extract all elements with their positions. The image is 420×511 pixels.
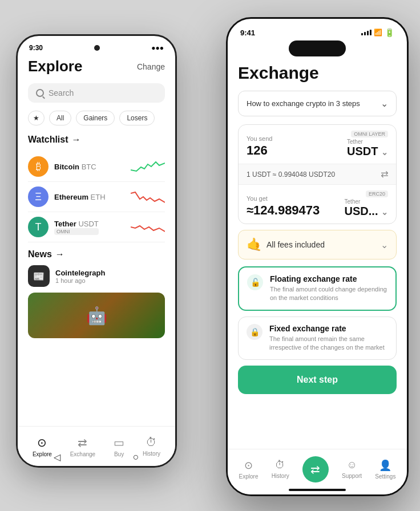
get-currency-badge: ERC20 — [366, 190, 388, 197]
coin-row-eth[interactable]: Ξ Ethereum ETH — [28, 182, 165, 212]
news-title: Cointelegraph — [55, 269, 105, 277]
fees-chevron-icon: ⌄ — [381, 240, 388, 250]
eth-icon: Ξ — [28, 186, 49, 207]
back-button[interactable]: ◁ — [54, 452, 60, 463]
get-currency-selector[interactable]: ERC20 Tether USD... ⌄ — [345, 190, 388, 218]
left-status-bar: 9:30 ●●● — [18, 36, 175, 52]
right-phone: 9:41 📶 🔋 Exchange How to exchange crypto… — [226, 17, 409, 496]
signal-bar-4 — [370, 30, 371, 35]
right-support-icon: ☺ — [346, 459, 357, 471]
explore-header: Explore Change — [28, 58, 165, 75]
signal-bar-2 — [364, 32, 366, 35]
right-time: 9:41 — [240, 29, 255, 37]
coin-row-usdt[interactable]: T Tether USDT OMNI — [28, 212, 165, 242]
get-currency-name: Tether — [345, 198, 388, 205]
next-step-label: Next step — [297, 375, 338, 384]
filter-gainers[interactable]: Gainers — [76, 111, 115, 125]
send-value[interactable]: 126 — [247, 143, 272, 158]
btc-name: Bitcoin BTC — [54, 163, 96, 171]
get-value: ≈124.989473 — [247, 203, 320, 218]
fixed-rate-option[interactable]: 🔒 Fixed exchange rate The final amount r… — [238, 317, 397, 360]
exchange-nav-icon: ⇄ — [78, 436, 87, 449]
right-bottom-nav: ⊙ Explore ⏱ History ⇄ ☺ Support 👤 Settin… — [228, 449, 407, 494]
right-history-label: History — [272, 473, 289, 479]
send-row: You send 126 OMNI LAYER Tether USDT ⌄ — [239, 125, 396, 164]
coin-row-btc[interactable]: ₿ Bitcoin BTC — [28, 152, 165, 182]
rate-row: 1 USDT ≈ 0.994048 USDT20 ⇅ — [239, 164, 396, 185]
floating-rate-desc: The final amount could change depending … — [270, 285, 387, 303]
usdt-icon: T — [28, 217, 49, 237]
chevron-down-icon: ⌄ — [381, 98, 388, 109]
search-bar[interactable]: Search — [28, 83, 165, 103]
explore-title: Explore — [28, 58, 82, 75]
news-label: News — [28, 249, 52, 259]
next-step-button[interactable]: Next step — [238, 366, 397, 394]
home-indicator — [289, 489, 346, 491]
get-currency-code: USD... ⌄ — [345, 205, 388, 218]
cointelegraph-icon: 📰 — [28, 265, 50, 287]
filter-row: ★ All Gainers Losers — [28, 111, 165, 125]
left-phone: 9:30 ●●● Explore Change Search ★ All Gai… — [16, 34, 177, 468]
usdt-sparkline — [131, 219, 165, 235]
history-nav-icon: ⏱ — [146, 436, 157, 449]
floating-lock-icon: 🔓 — [247, 274, 263, 290]
how-to-dropdown[interactable]: How to exchange crypto in 3 steps ⌄ — [238, 91, 397, 116]
right-nav-explore[interactable]: ⊙ Explore — [239, 459, 259, 480]
watchlist-arrow-icon[interactable]: → — [72, 135, 81, 145]
filter-losers[interactable]: Losers — [119, 111, 155, 125]
eth-name: Ethereum ETH — [54, 193, 106, 201]
send-currency-badge: OMNI LAYER — [351, 131, 388, 137]
eth-sparkline — [131, 189, 165, 205]
left-time: 9:30 — [29, 44, 43, 52]
fixed-rate-title: Fixed exchange rate — [269, 324, 388, 333]
floating-rate-title: Floating exchange rate — [270, 274, 387, 283]
home-button[interactable]: ○ — [133, 451, 139, 463]
right-nav-support[interactable]: ☺ Support — [342, 459, 362, 479]
fees-banner[interactable]: 🤙 All fees included ⌄ — [238, 230, 397, 259]
dynamic-island — [289, 40, 346, 56]
right-nav-history[interactable]: ⏱ History — [272, 459, 289, 479]
right-nav-settings[interactable]: 👤 Settings — [375, 459, 395, 480]
fees-emoji: 🤙 — [247, 237, 262, 252]
right-nav-exchange[interactable]: ⇄ — [302, 456, 329, 482]
btc-sparkline — [131, 159, 165, 175]
right-support-label: Support — [342, 473, 362, 479]
fixed-lock-icon: 🔒 — [247, 324, 262, 340]
watchlist-label: Watchlist — [28, 135, 68, 145]
left-gesture-area: ◁ ○ — [18, 450, 175, 466]
floating-rate-option[interactable]: 🔓 Floating exchange rate The final amoun… — [238, 266, 397, 311]
search-placeholder: Search — [49, 88, 74, 98]
news-image: 🤖 — [28, 293, 165, 338]
how-to-text: How to exchange crypto in 3 steps — [247, 99, 360, 108]
right-status-bar: 9:41 📶 🔋 — [228, 19, 407, 37]
buy-nav-icon: ▭ — [114, 436, 124, 449]
send-label: You send — [247, 135, 272, 142]
signal-bars — [361, 30, 371, 35]
explore-change[interactable]: Change — [137, 62, 165, 71]
filter-star[interactable]: ★ — [28, 111, 45, 125]
news-item[interactable]: 📰 Cointelegraph 1 hour ago — [28, 265, 165, 287]
right-settings-label: Settings — [375, 473, 395, 480]
news-time: 1 hour ago — [55, 277, 105, 284]
watchlist-header: Watchlist → — [28, 135, 165, 145]
page-title: Exchange — [238, 63, 397, 83]
swap-icon[interactable]: ⇅ — [379, 171, 390, 178]
send-currency-code: USDT ⌄ — [347, 145, 388, 158]
send-currency-selector[interactable]: OMNI LAYER Tether USDT ⌄ — [347, 131, 388, 158]
filter-all[interactable]: All — [49, 111, 71, 125]
send-currency-name: Tether — [347, 139, 388, 145]
news-header: News → — [28, 249, 165, 259]
explore-nav-icon: ⊙ — [37, 436, 47, 449]
usdt-name: Tether USDT — [54, 220, 99, 228]
exchange-card: You send 126 OMNI LAYER Tether USDT ⌄ — [238, 124, 397, 224]
right-history-icon: ⏱ — [275, 459, 285, 471]
right-explore-icon: ⊙ — [244, 459, 253, 472]
wifi-icon: 📶 — [374, 29, 382, 36]
usdt-badge: OMNI — [54, 228, 99, 235]
rate-text: 1 USDT ≈ 0.994048 USDT20 — [247, 171, 335, 179]
news-arrow-icon[interactable]: → — [55, 249, 64, 259]
right-settings-icon: 👤 — [379, 459, 391, 472]
fixed-rate-desc: The final amount remain the same irrespe… — [269, 335, 388, 352]
get-label: You get — [247, 195, 320, 202]
signal-bar-1 — [361, 33, 363, 35]
